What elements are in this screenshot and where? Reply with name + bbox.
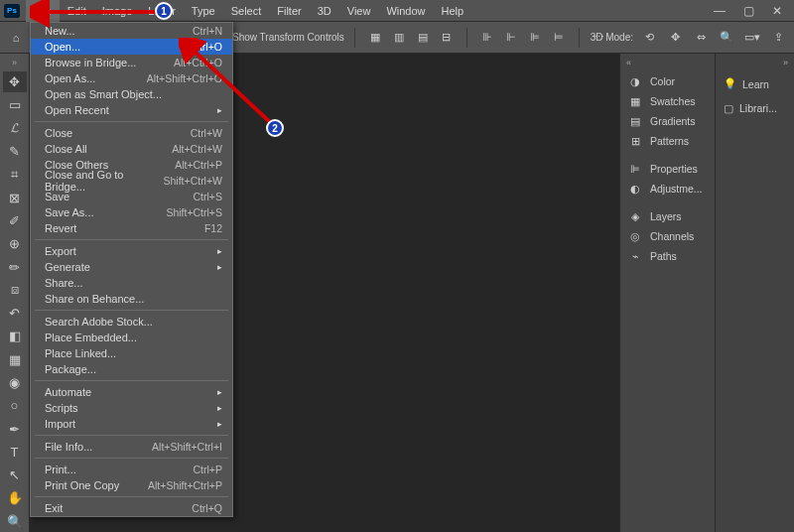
lasso-tool[interactable]: 𝓛 xyxy=(3,118,27,139)
marquee-tool[interactable]: ▭ xyxy=(3,94,27,115)
history-brush-tool[interactable]: ↶ xyxy=(3,303,27,324)
type-tool[interactable]: T xyxy=(3,442,27,463)
panel-color[interactable]: ◑Color xyxy=(620,71,715,91)
collapse-icon[interactable]: » xyxy=(12,58,17,67)
hand-tool[interactable]: ✋ xyxy=(3,487,27,508)
menu-help[interactable]: Help xyxy=(434,0,472,22)
distribute-icon[interactable]: ⊨ xyxy=(549,28,569,48)
home-icon[interactable]: ⌂ xyxy=(6,28,26,48)
menu-3d[interactable]: 3D xyxy=(310,0,339,22)
file-menu-save-as[interactable]: Save As...Shift+Ctrl+S xyxy=(31,204,232,220)
dodge-tool[interactable]: ○ xyxy=(3,395,27,416)
frame-tool[interactable]: ⊠ xyxy=(3,187,27,207)
gradient-tool[interactable]: ▦ xyxy=(3,349,27,370)
menu-image[interactable]: Image xyxy=(94,0,141,22)
file-menu-close-all[interactable]: Close AllAlt+Ctrl+W xyxy=(31,141,232,157)
distribute-icon[interactable]: ⊩ xyxy=(501,28,521,48)
file-menu-share-on-behance[interactable]: Share on Behance... xyxy=(31,291,232,307)
file-menu-scripts[interactable]: Scripts▸ xyxy=(31,400,232,416)
file-menu-search-adobe-stock[interactable]: Search Adobe Stock... xyxy=(31,314,232,330)
3d-pan-icon[interactable]: ✥ xyxy=(665,28,685,48)
file-menu-open-as[interactable]: Open As...Alt+Shift+Ctrl+O xyxy=(31,70,232,86)
file-menu-generate[interactable]: Generate▸ xyxy=(31,259,232,275)
file-menu-place-linked[interactable]: Place Linked... xyxy=(31,345,232,361)
menubar: Ps FileEditImageLayerTypeSelectFilter3DV… xyxy=(0,0,794,22)
pen-tool[interactable]: ✒ xyxy=(3,418,27,439)
file-menu-browse-in-bridge[interactable]: Browse in Bridge...Alt+Ctrl+O xyxy=(31,55,232,70)
panel-label: Gradients xyxy=(650,115,696,127)
file-menu-import[interactable]: Import▸ xyxy=(31,416,232,432)
menu-item-label: Open As... xyxy=(45,72,95,84)
menu-item-label: Place Linked... xyxy=(45,347,116,359)
file-menu-place-embedded[interactable]: Place Embedded... xyxy=(31,330,232,345)
file-menu-open-as-smart-object[interactable]: Open as Smart Object... xyxy=(31,86,232,102)
panel-gradients[interactable]: ▤Gradients xyxy=(620,111,715,131)
file-menu-new[interactable]: New...Ctrl+N xyxy=(31,23,232,39)
panel-patterns[interactable]: ⊞Patterns xyxy=(620,131,715,151)
menu-item-label: Close and Go to Bridge... xyxy=(45,169,163,193)
panel-librari[interactable]: ▢Librari... xyxy=(716,96,794,120)
menu-select[interactable]: Select xyxy=(223,0,270,22)
brush-tool[interactable]: ✏ xyxy=(3,256,27,277)
move-tool[interactable]: ✥ xyxy=(3,71,27,92)
share-icon[interactable]: ⇪ xyxy=(768,28,788,48)
menu-file[interactable]: File xyxy=(26,0,60,22)
menu-item-label: File Info... xyxy=(45,441,92,453)
panel-label: Librari... xyxy=(739,102,777,114)
align-icon[interactable]: ▦ xyxy=(365,28,385,48)
stamp-tool[interactable]: ⧇ xyxy=(3,280,27,301)
healing-tool[interactable]: ⊕ xyxy=(3,233,27,254)
distribute-icon[interactable]: ⊪ xyxy=(477,28,497,48)
file-menu-file-info[interactable]: File Info...Alt+Shift+Ctrl+I xyxy=(31,439,232,455)
menu-type[interactable]: Type xyxy=(184,0,223,22)
align-icon[interactable]: ⊟ xyxy=(437,28,457,48)
panel-adjustme[interactable]: ◐Adjustme... xyxy=(620,179,715,199)
menu-edit[interactable]: Edit xyxy=(60,0,94,22)
panel-learn[interactable]: 💡Learn xyxy=(716,71,794,96)
align-icon[interactable]: ▥ xyxy=(389,28,409,48)
blur-tool[interactable]: ◉ xyxy=(3,372,27,393)
file-menu-print-one-copy[interactable]: Print One CopyAlt+Shift+Ctrl+P xyxy=(31,477,232,493)
eyedropper-tool[interactable]: ✐ xyxy=(3,210,27,231)
align-icon[interactable]: ▤ xyxy=(413,28,433,48)
show-transform-checkbox[interactable]: Show Transform Controls xyxy=(215,31,344,44)
file-menu-revert[interactable]: RevertF12 xyxy=(31,220,232,236)
minimize-icon[interactable]: — xyxy=(714,4,726,18)
panel-layers[interactable]: ◈Layers xyxy=(620,206,715,226)
menu-window[interactable]: Window xyxy=(378,0,433,22)
menu-item-label: Open... xyxy=(45,41,80,53)
file-menu-open-recent[interactable]: Open Recent▸ xyxy=(31,102,232,118)
file-menu-print[interactable]: Print...Ctrl+P xyxy=(31,462,232,477)
file-menu-package[interactable]: Package... xyxy=(31,361,232,377)
distribute-icon[interactable]: ⊫ xyxy=(525,28,545,48)
zoom-tool[interactable]: 🔍 xyxy=(3,511,27,532)
file-menu-close[interactable]: CloseCtrl+W xyxy=(31,125,232,141)
quick-select-tool[interactable]: ✎ xyxy=(3,141,27,162)
eraser-tool[interactable]: ◧ xyxy=(3,326,27,346)
collapse-icon[interactable]: » xyxy=(716,54,794,71)
menu-filter[interactable]: Filter xyxy=(269,0,309,22)
file-menu-share[interactable]: Share... xyxy=(31,275,232,291)
panel-properties[interactable]: ⊫Properties xyxy=(620,159,715,179)
file-menu-exit[interactable]: ExitCtrl+Q xyxy=(31,500,232,516)
collapse-icon[interactable]: « xyxy=(620,54,715,71)
close-icon[interactable]: ✕ xyxy=(772,4,782,18)
panel-swatches[interactable]: ▦Swatches xyxy=(620,91,715,111)
maximize-icon[interactable]: ▢ xyxy=(743,4,754,18)
panel-paths[interactable]: ⌁Paths xyxy=(620,246,715,266)
crop-tool[interactable]: ⌗ xyxy=(3,164,27,185)
menu-layer[interactable]: Layer xyxy=(140,0,184,22)
3d-slide-icon[interactable]: ⇔ xyxy=(691,28,711,48)
3d-orbit-icon[interactable]: ⟲ xyxy=(639,28,659,48)
workspace-icon[interactable]: ▭▾ xyxy=(742,28,762,48)
search-icon[interactable]: 🔍 xyxy=(717,28,736,48)
panel-channels[interactable]: ◎Channels xyxy=(620,226,715,246)
file-menu-automate[interactable]: Automate▸ xyxy=(31,384,232,400)
file-menu-export[interactable]: Export▸ xyxy=(31,243,232,259)
file-menu-open[interactable]: Open...Ctrl+O xyxy=(31,39,232,55)
menu-view[interactable]: View xyxy=(339,0,379,22)
learn-icon: 💡 xyxy=(724,77,736,90)
file-menu-close-and-go-to-bridge[interactable]: Close and Go to Bridge...Shift+Ctrl+W xyxy=(31,173,232,189)
menu-item-label: Open Recent xyxy=(45,104,109,116)
path-select-tool[interactable]: ↖ xyxy=(3,465,27,485)
